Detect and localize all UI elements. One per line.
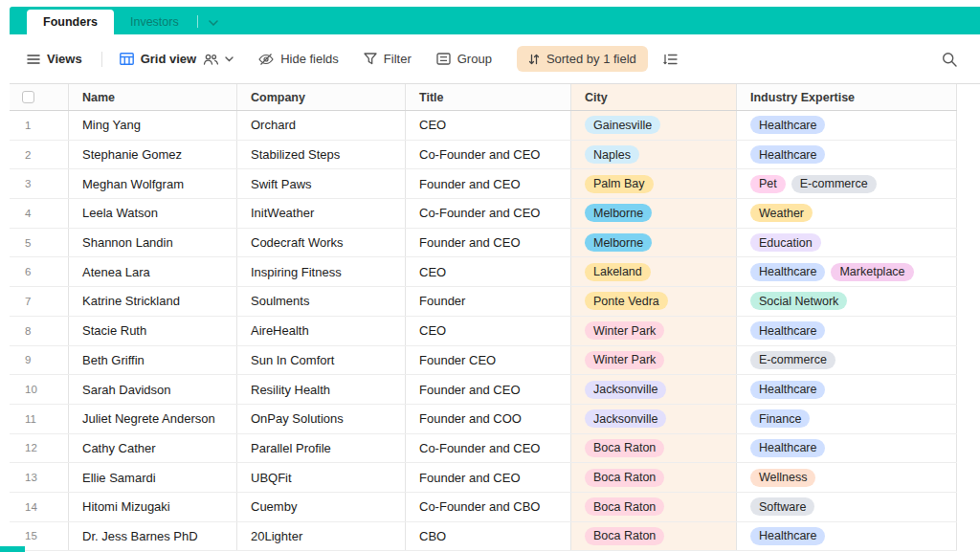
grid-view-button[interactable]: Grid view	[120, 52, 234, 66]
cell-industry[interactable]: Software	[737, 493, 957, 521]
cell-title[interactable]: Founder and COO	[406, 405, 571, 433]
select-all-checkbox[interactable]	[22, 91, 34, 103]
cell-title[interactable]: Founder and CEO	[406, 229, 571, 257]
row-number[interactable]: 7	[10, 287, 69, 316]
row-number[interactable]: 13	[10, 463, 69, 492]
cell-industry[interactable]: Wellness	[737, 463, 957, 492]
row-number[interactable]: 6	[10, 257, 69, 286]
cell-city[interactable]: Lakeland	[571, 257, 737, 286]
cell-city[interactable]: Winter Park	[571, 346, 737, 375]
column-header-city[interactable]: City	[571, 84, 737, 110]
tabs-chevron-down-icon[interactable]	[209, 20, 218, 26]
cell-title[interactable]: CEO	[406, 317, 571, 345]
row-number[interactable]: 4	[10, 199, 69, 228]
cell-company[interactable]: Cuemby	[237, 493, 406, 521]
cell-city[interactable]: Jacksonville	[571, 375, 737, 404]
cell-industry[interactable]: Weather	[737, 199, 957, 228]
row-number[interactable]: 2	[10, 141, 69, 169]
cell-name[interactable]: Ellie Samardi	[69, 463, 237, 492]
column-header-company[interactable]: Company	[237, 84, 406, 110]
row-number[interactable]: 14	[10, 493, 69, 521]
cell-name[interactable]: Juliet Negrete Anderson	[69, 405, 237, 433]
cell-company[interactable]: Inspiring Fitness	[237, 257, 406, 286]
row-height-button[interactable]	[663, 54, 678, 65]
cell-industry[interactable]: PetE-commerce	[737, 169, 957, 198]
cell-company[interactable]: Soulments	[237, 287, 406, 316]
row-number[interactable]: 5	[10, 229, 69, 257]
views-button[interactable]: Views	[27, 52, 82, 66]
cell-name[interactable]: Dr. Jess Barnes PhD	[69, 522, 237, 551]
cell-name[interactable]: Cathy Cather	[69, 434, 237, 463]
sort-button[interactable]: Sorted by 1 field	[517, 46, 648, 72]
cell-name[interactable]: Hitomi Mizugaki	[69, 493, 237, 521]
row-number[interactable]: 12	[10, 434, 69, 463]
tab-investors[interactable]: Investors	[114, 10, 195, 34]
row-number[interactable]: 11	[10, 405, 69, 433]
cell-industry[interactable]: Healthcare	[737, 375, 957, 404]
cell-title[interactable]: Founder and CEO	[406, 375, 571, 404]
cell-company[interactable]: InitWeather	[237, 199, 406, 228]
cell-company[interactable]: UBQFit	[237, 463, 406, 492]
search-button[interactable]	[942, 52, 957, 67]
row-number[interactable]: 8	[10, 317, 69, 345]
cell-industry[interactable]: Healthcare	[737, 522, 957, 551]
grid-view-chevron-icon[interactable]	[225, 56, 234, 62]
cell-city[interactable]: Boca Raton	[571, 434, 737, 463]
hide-fields-button[interactable]: Hide fields	[258, 52, 339, 66]
cell-industry[interactable]: E-commerce	[737, 346, 957, 375]
cell-company[interactable]: Stabilized Steps	[237, 141, 406, 169]
cell-company[interactable]: Swift Paws	[237, 169, 406, 198]
cell-title[interactable]: Co-Founder and CEO	[406, 199, 571, 228]
cell-name[interactable]: Ming Yang	[69, 111, 237, 140]
cell-name[interactable]: Leela Watson	[69, 199, 237, 228]
cell-industry[interactable]: Finance	[737, 405, 957, 433]
cell-city[interactable]: Naples	[571, 141, 737, 169]
cell-title[interactable]: CEO	[406, 111, 571, 140]
cell-name[interactable]: Sarah Davidson	[69, 375, 237, 404]
cell-company[interactable]: OnPay Solutions	[237, 405, 406, 433]
cell-industry[interactable]: Education	[737, 229, 957, 257]
cell-name[interactable]: Stacie Ruth	[69, 317, 237, 345]
tab-founders[interactable]: Founders	[27, 10, 114, 34]
cell-city[interactable]: Winter Park	[571, 317, 737, 345]
cell-name[interactable]: Meghan Wolfgram	[69, 169, 237, 198]
cell-industry[interactable]: Social Network	[737, 287, 957, 316]
filter-button[interactable]: Filter	[364, 52, 412, 66]
row-number[interactable]: 9	[10, 346, 69, 375]
cell-name[interactable]: Shannon Landin	[69, 229, 237, 257]
cell-city[interactable]: Melborne	[571, 199, 737, 228]
column-header-name[interactable]: Name	[69, 84, 237, 110]
group-button[interactable]: Group	[436, 52, 492, 66]
cell-company[interactable]: Orchard	[237, 111, 406, 140]
cell-title[interactable]: Co-Founder and CEO	[406, 434, 571, 463]
cell-title[interactable]: Founder and CEO	[406, 463, 571, 492]
row-number[interactable]: 1	[10, 111, 69, 140]
cell-company[interactable]: Codecraft Works	[237, 229, 406, 257]
select-all-cell[interactable]	[10, 84, 69, 110]
cell-name[interactable]: Beth Griffin	[69, 346, 237, 375]
column-header-industry[interactable]: Industry Expertise	[737, 84, 957, 110]
cell-title[interactable]: CBO	[406, 522, 571, 551]
column-header-title[interactable]: Title	[406, 84, 571, 110]
cell-city[interactable]: Ponte Vedra	[571, 287, 737, 316]
row-number[interactable]: 3	[10, 169, 69, 198]
cell-company[interactable]: Parallel Profile	[237, 434, 406, 463]
cell-title[interactable]: Co-Founder and CBO	[406, 493, 571, 521]
cell-company[interactable]: Sun In Comfort	[237, 346, 406, 375]
cell-company[interactable]: 20Lighter	[237, 522, 406, 551]
cell-industry[interactable]: Healthcare	[737, 434, 957, 463]
row-number[interactable]: 10	[10, 375, 69, 404]
cell-name[interactable]: Stephanie Gomez	[69, 141, 237, 169]
cell-city[interactable]: Gainesville	[571, 111, 737, 140]
cell-industry[interactable]: Healthcare	[737, 141, 957, 169]
cell-company[interactable]: Resility Health	[237, 375, 406, 404]
cell-title[interactable]: Founder	[406, 287, 571, 316]
cell-city[interactable]: Melborne	[571, 229, 737, 257]
cell-city[interactable]: Boca Raton	[571, 493, 737, 521]
cell-title[interactable]: CEO	[406, 257, 571, 286]
cell-name[interactable]: Atenea Lara	[69, 257, 237, 286]
cell-industry[interactable]: HealthcareMarketplace	[737, 257, 957, 286]
cell-city[interactable]: Jacksonville	[571, 405, 737, 433]
cell-city[interactable]: Boca Raton	[571, 522, 737, 551]
cell-city[interactable]: Boca Raton	[571, 463, 737, 492]
